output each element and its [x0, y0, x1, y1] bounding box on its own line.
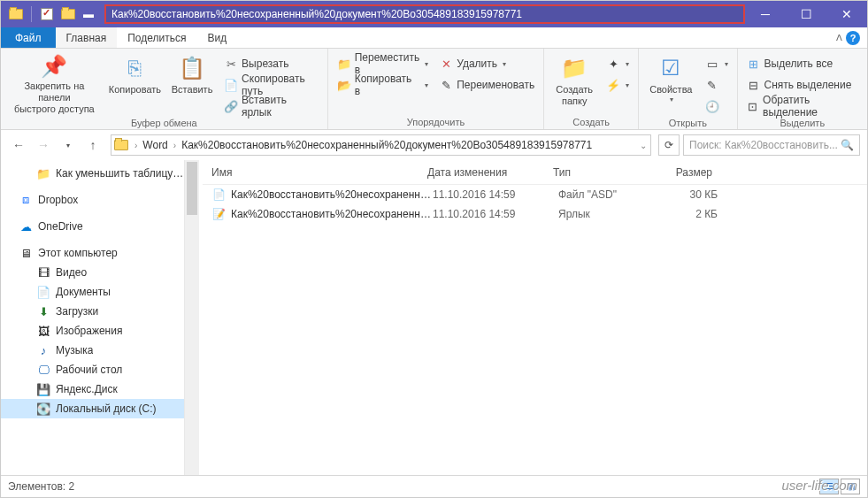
- ribbon-group-select: ⊞Выделить все ⊟Снять выделение ⊡Обратить…: [738, 49, 868, 129]
- pc-icon: 🖥: [19, 246, 33, 260]
- chevron-right-icon[interactable]: ›: [133, 141, 139, 150]
- file-row[interactable]: 📝 Как%20восстановить%20несохраненны... 1…: [203, 204, 867, 224]
- invertsel-label: Обратить выделение: [763, 94, 858, 119]
- newitem-button[interactable]: ✦▾: [603, 54, 633, 73]
- nav-up-button[interactable]: ↑: [82, 134, 104, 156]
- minimize-button[interactable]: ─: [745, 1, 786, 27]
- nav-back-button[interactable]: ←: [8, 134, 29, 156]
- breadcrumb-seg[interactable]: Word: [139, 139, 171, 151]
- delete-button[interactable]: ✕Удалить▾: [435, 54, 538, 73]
- view-details-button[interactable]: ☰: [819, 479, 839, 494]
- col-type[interactable]: Тип: [553, 166, 650, 179]
- copy-button[interactable]: ⎘ Копировать: [106, 50, 164, 114]
- file-date: 11.10.2016 14:59: [433, 208, 558, 220]
- tab-file[interactable]: Файл: [1, 27, 56, 48]
- tree-label: Документы: [56, 286, 111, 298]
- copyto-label: Копировать в: [355, 73, 420, 97]
- tree-item-downloads[interactable]: ⬇Загрузки: [1, 302, 184, 321]
- tree-item-thispc[interactable]: 🖥Этот компьютер: [1, 243, 184, 263]
- col-date[interactable]: Дата изменения: [427, 166, 553, 179]
- newfolder-icon: 📁: [560, 54, 588, 82]
- rename-button[interactable]: ✎Переименовать: [435, 75, 538, 95]
- search-icon: 🔍: [841, 139, 854, 151]
- history-button[interactable]: 🕘: [702, 96, 732, 116]
- open-button[interactable]: ▭▾: [702, 54, 732, 73]
- chevron-down-icon[interactable]: ⌄: [638, 141, 649, 150]
- copy-icon: ⎘: [120, 54, 149, 82]
- tree-item-videos[interactable]: 🎞Видео: [1, 263, 184, 282]
- col-name[interactable]: Имя: [203, 166, 427, 179]
- search-input[interactable]: Поиск: Как%20восстановить... 🔍: [683, 134, 860, 156]
- tab-view[interactable]: Вид: [196, 27, 237, 48]
- tab-share[interactable]: Поделиться: [117, 27, 196, 48]
- newfolder-button[interactable]: 📁 Создать папку: [549, 50, 599, 114]
- refresh-button[interactable]: ⟳: [658, 134, 680, 156]
- collapse-ribbon-icon[interactable]: ᐱ: [836, 33, 842, 42]
- close-button[interactable]: ✕: [826, 1, 867, 27]
- maximize-button[interactable]: ☐: [786, 1, 826, 27]
- file-size: 30 КБ: [656, 188, 734, 201]
- address-bar[interactable]: › Word › Как%20восстановить%20несохранен…: [111, 134, 651, 156]
- ribbon: 📌 Закрепить на панели быстрого доступа ⎘…: [1, 49, 867, 130]
- desktop-icon: 🖵: [36, 363, 50, 377]
- scrollbar[interactable]: [185, 160, 199, 475]
- pasteshortcut-button[interactable]: 🔗Вставить ярлык: [220, 96, 322, 116]
- ribbon-group-organize: 📁Переместить в▾ 📂Копировать в▾ ✕Удалить▾…: [328, 49, 545, 129]
- tree-label: Как уменьшить таблицу в E: [56, 167, 184, 180]
- dropbox-icon: ⧈: [19, 193, 33, 207]
- tab-home[interactable]: Главная: [56, 27, 118, 48]
- video-icon: 🎞: [36, 265, 50, 280]
- history-icon: 🕘: [705, 99, 719, 113]
- edit-button[interactable]: ✎: [702, 75, 732, 95]
- nav-forward-button[interactable]: →: [33, 134, 54, 156]
- file-row[interactable]: 📄 Как%20восстановить%20несохраненны... 1…: [203, 185, 867, 204]
- copyto-button[interactable]: 📂Копировать в▾: [334, 75, 433, 95]
- chevron-down-icon: ▾: [503, 60, 506, 68]
- folder-icon: 📁: [36, 166, 50, 180]
- delete-label: Удалить: [457, 57, 497, 70]
- properties-button[interactable]: ☑ Свойства ▾: [644, 50, 697, 114]
- yandexdisk-icon: 💾: [36, 382, 50, 396]
- delete-icon: ✕: [439, 57, 453, 71]
- copy-label: Копировать: [109, 84, 161, 96]
- chevron-right-icon[interactable]: ›: [172, 141, 178, 150]
- tree-item-yadisk[interactable]: 💾Яндекс.Диск: [1, 379, 184, 399]
- status-text: Элементов: 2: [8, 480, 74, 493]
- col-size[interactable]: Размер: [650, 166, 728, 179]
- tree-item-pictures[interactable]: 🖼Изображения: [1, 321, 184, 341]
- tree-label: Этот компьютер: [38, 247, 118, 259]
- selectall-label: Выделить все: [764, 57, 833, 70]
- selectnone-button[interactable]: ⊟Снять выделение: [743, 75, 863, 95]
- pin-button[interactable]: 📌 Закрепить на панели быстрого доступа: [6, 50, 103, 114]
- copypath-button[interactable]: 📄Скопировать путь: [220, 75, 322, 95]
- tree-label: OneDrive: [38, 220, 83, 233]
- tree-item-documents[interactable]: 📄Документы: [1, 282, 184, 302]
- nav-history-button[interactable]: ▾: [58, 134, 79, 156]
- qat-folder-icon[interactable]: [58, 4, 78, 24]
- tree-item[interactable]: 📁Как уменьшить таблицу в E: [1, 164, 184, 183]
- paste-icon: 📋: [178, 54, 206, 82]
- tree-item-diskc[interactable]: 💽Локальный диск (C:): [1, 399, 184, 418]
- music-icon: ♪: [36, 343, 50, 357]
- tree-label: Яндекс.Диск: [56, 383, 118, 395]
- tree-item-desktop[interactable]: 🖵Рабочий стол: [1, 360, 184, 379]
- tree-item-onedrive[interactable]: ☁OneDrive: [1, 217, 184, 236]
- ribbon-tabs: Файл Главная Поделиться Вид ᐱ ?: [1, 27, 867, 49]
- easyaccess-button[interactable]: ⚡▾: [603, 75, 633, 95]
- tree-item-dropbox[interactable]: ⧈Dropbox: [1, 190, 184, 210]
- downloads-icon: ⬇: [36, 304, 50, 318]
- paste-button[interactable]: 📋 Вставить: [167, 50, 217, 114]
- chevron-down-icon: ▾: [626, 81, 629, 89]
- cut-button[interactable]: ✂Вырезать: [220, 54, 322, 73]
- selectnone-label: Снять выделение: [764, 79, 852, 91]
- help-icon[interactable]: ?: [846, 31, 860, 45]
- properties-qat-icon[interactable]: [37, 4, 57, 24]
- invertsel-button[interactable]: ⊡Обратить выделение: [743, 96, 863, 116]
- tree-item-music[interactable]: ♪Музыка: [1, 341, 184, 360]
- file-type: Файл "ASD": [558, 188, 656, 201]
- moveto-button[interactable]: 📁Переместить в▾: [334, 54, 433, 73]
- breadcrumb-seg[interactable]: Как%20восстановить%20несохраненный%20док…: [178, 139, 595, 151]
- view-icons-button[interactable]: ▦: [841, 479, 860, 494]
- selectall-button[interactable]: ⊞Выделить все: [743, 54, 863, 73]
- scissors-icon: ✂: [224, 57, 238, 71]
